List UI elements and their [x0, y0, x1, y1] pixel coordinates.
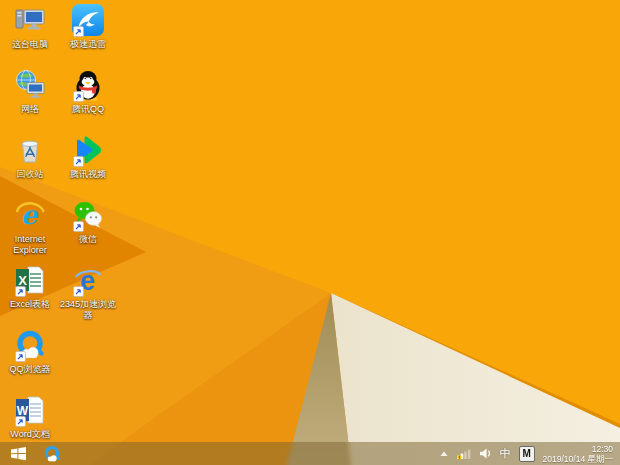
desktop-icon-tencent-video[interactable]: 腾讯视频	[58, 134, 118, 180]
icon-label: 回收站	[17, 169, 44, 180]
desktop-icon-excel[interactable]: X Excel表格	[0, 264, 60, 310]
shortcut-arrow-icon	[73, 91, 84, 102]
shortcut-arrow-icon	[15, 416, 26, 427]
shortcut-arrow-icon	[15, 351, 26, 362]
shortcut-arrow-icon	[73, 221, 84, 232]
icon-label: 2345加速浏览器	[58, 299, 118, 321]
show-hidden-icons-button[interactable]	[440, 451, 448, 457]
desktop-icon-word[interactable]: W Word文档	[0, 394, 60, 440]
windows-logo-icon	[10, 446, 27, 461]
clock-date: 2019/10/14 星期一	[543, 454, 613, 464]
icon-label: 腾讯QQ	[72, 104, 104, 115]
volume-tray-button[interactable]	[479, 448, 492, 459]
desktop-icon-recycle-bin[interactable]: 回收站	[0, 134, 60, 180]
start-button[interactable]	[0, 442, 36, 465]
ie-icon: e	[14, 199, 46, 231]
taskbar-app-qq-browser[interactable]	[36, 442, 68, 465]
shortcut-arrow-icon	[73, 286, 84, 297]
taskbar-clock[interactable]: 12:30 2019/10/14 星期一	[543, 444, 613, 464]
desktop-icon-qq-browser[interactable]: QQ浏览器	[0, 329, 60, 375]
ime-mode-indicator[interactable]: M	[519, 446, 535, 462]
desktop-screen: 这台电脑 网络 回收站 e Internet Exp	[0, 0, 620, 465]
icon-label: 网络	[21, 104, 39, 115]
desktop-icon-network[interactable]: 网络	[0, 69, 60, 115]
icon-label: Excel表格	[10, 299, 50, 310]
icon-label: 腾讯视频	[70, 169, 106, 180]
desktop-icon-this-pc[interactable]: 这台电脑	[0, 4, 60, 50]
shortcut-arrow-icon	[73, 26, 84, 37]
volume-icon	[479, 448, 492, 459]
qq-browser-icon	[43, 445, 61, 463]
system-tray: 中 M 12:30 2019/10/14 星期一	[440, 442, 620, 465]
icon-label: 极速迅雷	[70, 39, 106, 50]
desktop-icon-thunder[interactable]: 极速迅雷	[58, 4, 118, 50]
chevron-up-icon	[440, 451, 448, 457]
ime-language-indicator[interactable]: 中	[500, 448, 511, 459]
shortcut-arrow-icon	[15, 286, 26, 297]
icon-label: Internet Explorer	[0, 234, 60, 256]
icon-label: 这台电脑	[12, 39, 48, 50]
icon-label: Word文档	[10, 429, 49, 440]
recycle-bin-icon	[14, 134, 46, 166]
desktop-icon-wechat[interactable]: 微信	[58, 199, 118, 245]
desktop-icon-internet-explorer[interactable]: e Internet Explorer	[0, 199, 60, 256]
network-tray-button[interactable]	[456, 447, 471, 460]
taskbar: 中 M 12:30 2019/10/14 星期一	[0, 442, 620, 465]
computer-icon	[14, 4, 46, 36]
desktop-icon-tencent-qq[interactable]: 腾讯QQ	[58, 69, 118, 115]
clock-time: 12:30	[543, 444, 613, 454]
icon-label: 微信	[79, 234, 97, 245]
network-signal-warning-icon	[456, 447, 471, 460]
network-globe-icon	[14, 69, 46, 101]
shortcut-arrow-icon	[73, 156, 84, 167]
icon-label: QQ浏览器	[9, 364, 50, 375]
desktop-icon-2345-browser[interactable]: e 2345加速浏览器	[58, 264, 118, 321]
